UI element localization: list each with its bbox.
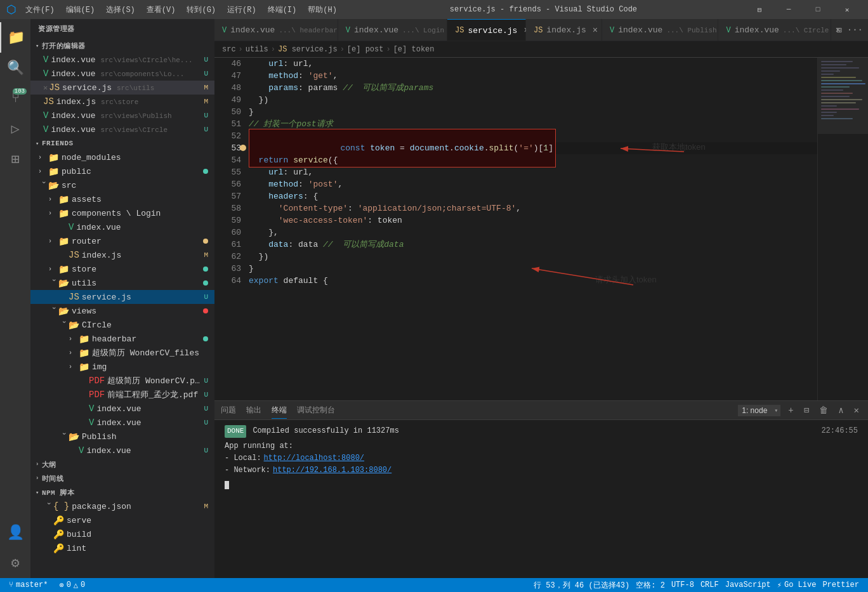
tab-index-js[interactable]: JS index.js × xyxy=(526,19,602,41)
tree-service-js[interactable]: › JS service.js U xyxy=(30,290,214,304)
terminal-link[interactable]: http://localhost:8080/ xyxy=(264,452,364,464)
close-button[interactable]: ✕ xyxy=(832,0,862,19)
breadcrumb-file[interactable]: JS service.js xyxy=(278,45,338,54)
menu-bar[interactable]: 文件(F) 编辑(E) 选择(S) 查看(V) 转到(G) 运行(R) 终端(I… xyxy=(20,3,342,16)
menu-view[interactable]: 查看(V) xyxy=(141,3,181,16)
open-editors-section[interactable]: ▾ 打开的编辑器 xyxy=(30,39,214,53)
layout-icon[interactable]: ⊟ xyxy=(745,0,774,19)
terminal-selector-wrapper[interactable]: 1: node xyxy=(738,405,780,416)
tree-src[interactable]: › 📂 src xyxy=(30,178,214,192)
tree-npm-lint[interactable]: 🔑 lint xyxy=(30,541,214,555)
window-controls[interactable]: ⊟ ─ □ ✕ xyxy=(745,0,862,19)
minimize-button[interactable]: ─ xyxy=(774,0,803,19)
panel-tab-problems[interactable]: 问题 xyxy=(221,402,236,419)
activity-settings[interactable]: ⚙ xyxy=(0,548,30,578)
open-editor-item[interactable]: V index.vue src\views\CIrcle\he... U xyxy=(30,53,214,67)
status-eol[interactable]: CRLF xyxy=(698,581,721,589)
status-prettier[interactable]: Prettier xyxy=(820,581,862,589)
tree-store[interactable]: › 📁 store xyxy=(30,262,214,276)
timeline-section[interactable]: › 时间线 xyxy=(30,471,214,485)
tree-npm-build[interactable]: 🔑 build xyxy=(30,527,214,541)
breadcrumb-token[interactable]: [e] token xyxy=(393,45,435,54)
activity-run[interactable]: ▷ xyxy=(0,114,30,144)
tab-close-icon[interactable]: × xyxy=(593,25,598,36)
code-editor[interactable]: 46 47 48 49 50 51 52 53 54 55 56 57 58 5… xyxy=(214,58,817,400)
menu-help[interactable]: 帮助(H) xyxy=(303,3,342,16)
tree-headerbar[interactable]: › 📁 headerbar xyxy=(30,332,214,346)
breadcrumb-src[interactable]: src xyxy=(222,45,236,54)
line-num: 55 xyxy=(222,166,241,178)
npm-section[interactable]: ▾ NPM 脚本 xyxy=(30,485,214,499)
panel-tab-output[interactable]: 输出 xyxy=(246,402,261,419)
close-panel-button[interactable]: ✕ xyxy=(852,404,862,417)
more-icon[interactable]: ··· xyxy=(847,25,863,35)
code-line-53[interactable]: const token = document.cookie.split('=')… xyxy=(249,142,817,154)
tree-components-login[interactable]: › 📁 components \ Login xyxy=(30,206,214,220)
menu-select[interactable]: 选择(S) xyxy=(101,3,140,16)
tab-publish-index[interactable]: V index.vue ...\ Publish × xyxy=(602,19,718,41)
tree-components-index-vue[interactable]: › V index.vue xyxy=(30,220,214,234)
status-encoding[interactable]: UTF-8 xyxy=(669,581,697,589)
panel-tab-terminal[interactable]: 终端 xyxy=(272,402,287,419)
terminal-selector[interactable]: 1: node xyxy=(738,405,780,416)
activity-accounts[interactable]: 👤 xyxy=(0,517,30,548)
tree-circle-index-vue2[interactable]: › V index.vue U xyxy=(30,416,214,430)
friends-section-header[interactable]: ▾ FRIENDS xyxy=(30,136,214,150)
tree-npm-serve[interactable]: 🔑 serve xyxy=(30,513,214,527)
tree-circle-index-vue[interactable]: › V index.vue U xyxy=(30,402,214,416)
tree-assets[interactable]: › 📁 assets xyxy=(30,192,214,206)
activity-extensions[interactable]: ⊞ xyxy=(0,144,30,174)
tree-package-json[interactable]: › { } package.json M xyxy=(30,499,214,513)
status-spaces[interactable]: 空格: 2 xyxy=(633,580,667,591)
activity-explorer[interactable]: 📁 xyxy=(0,22,30,53)
open-editor-item[interactable]: V index.vue src\components\Lo... U xyxy=(30,67,214,81)
tree-engineer-pdf[interactable]: › PDF 前端工程师_孟少龙.pdf U xyxy=(30,388,214,402)
maximize-button[interactable]: □ xyxy=(803,0,832,19)
tab-login-index[interactable]: V index.vue ...\ Login × xyxy=(338,19,447,41)
status-golive[interactable]: ⚡ Go Live xyxy=(775,581,819,590)
tree-router[interactable]: › 📁 router xyxy=(30,234,214,248)
split-terminal-button[interactable]: ⊟ xyxy=(801,404,812,417)
open-editor-item[interactable]: V index.vue src\views\Publish U xyxy=(30,109,214,122)
outline-section[interactable]: › 大纲 xyxy=(30,457,214,471)
activity-search[interactable]: 🔍 xyxy=(0,53,30,83)
menu-goto[interactable]: 转到(G) xyxy=(181,3,221,16)
tab-headerbar-index[interactable]: V index.vue ...\ headerbar × xyxy=(214,19,338,41)
tree-wondercv-files[interactable]: › 📁 超级简历 WonderCV_files xyxy=(30,346,214,360)
open-editor-item[interactable]: JS index.js src\store M xyxy=(30,95,214,109)
status-git[interactable]: ⑂ master* xyxy=(6,581,50,589)
status-errors[interactable]: ⊗ 0 △ 0 xyxy=(56,581,88,590)
terminal-content[interactable]: DONE Compiled successfully in 11327ms 22… xyxy=(214,420,868,578)
add-terminal-button[interactable]: + xyxy=(786,404,796,417)
tree-public[interactable]: › 📁 public xyxy=(30,164,214,178)
activity-source-control[interactable]: ⑂ 103 xyxy=(0,83,30,114)
tree-utils[interactable]: › 📂 utils xyxy=(30,276,214,290)
tree-publish[interactable]: › 📂 Publish xyxy=(30,430,214,444)
tree-circle[interactable]: › 📂 CIrcle xyxy=(30,318,214,332)
terminal-link[interactable]: http://192.168.1.103:8080/ xyxy=(273,464,391,477)
tab-circle-index[interactable]: V index.vue ...\ CIrcle × xyxy=(718,19,831,41)
tree-publish-index-vue[interactable]: › V index.vue U xyxy=(30,444,214,457)
menu-run[interactable]: 运行(R) xyxy=(222,3,261,16)
status-language[interactable]: JavaScript xyxy=(723,581,773,589)
breadcrumb-post[interactable]: [e] post xyxy=(347,45,384,54)
tab-close-icon[interactable]: × xyxy=(835,25,840,36)
status-position[interactable]: 行 53，列 46 (已选择43) xyxy=(531,580,632,591)
open-editor-item-active[interactable]: ✕ JS service.js src\utils M xyxy=(30,81,214,95)
tree-router-index-js[interactable]: › JS index.js M xyxy=(30,248,214,262)
open-editor-item[interactable]: V index.vue src\views\CIrcle U xyxy=(30,122,214,136)
code-lines[interactable]: url: url, method: 'get', params: params … xyxy=(246,58,817,287)
panel-tab-debug[interactable]: 调试控制台 xyxy=(297,402,335,419)
tree-views[interactable]: › 📂 views xyxy=(30,304,214,318)
chevron-down-open-icon: › xyxy=(50,306,57,316)
tree-wondercv-pdf[interactable]: › PDF 超级简历 WonderCV.pdf U xyxy=(30,374,214,388)
tab-service-js[interactable]: JS service.js × xyxy=(447,19,526,41)
tree-node-modules[interactable]: › 📁 node_modules xyxy=(30,150,214,164)
breadcrumb-utils[interactable]: utils xyxy=(246,45,268,54)
maximize-panel-button[interactable]: ∧ xyxy=(836,404,846,417)
tree-img[interactable]: › 📁 img xyxy=(30,360,214,374)
menu-terminal[interactable]: 终端(I) xyxy=(263,3,302,16)
menu-edit[interactable]: 编辑(E) xyxy=(61,3,100,16)
menu-file[interactable]: 文件(F) xyxy=(20,3,60,16)
delete-terminal-button[interactable]: 🗑 xyxy=(817,404,831,417)
